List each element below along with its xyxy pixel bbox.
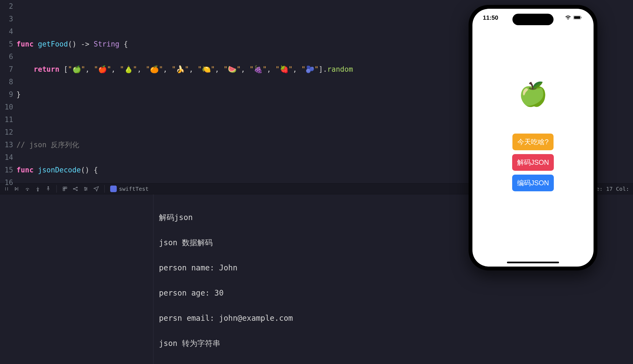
svg-point-18: [86, 189, 87, 189]
wifi-icon: [565, 14, 571, 21]
decode-json-button[interactable]: 解码JSON: [512, 154, 554, 171]
toolbar-separator: [104, 185, 105, 193]
status-icons: [565, 14, 582, 21]
console-line: json 转为字符串: [159, 337, 628, 350]
lineno: 6: [0, 50, 13, 63]
svg-rect-6: [63, 187, 65, 189]
svg-line-13: [74, 189, 76, 190]
lineno: 2: [0, 0, 13, 13]
debug-target-label[interactable]: swiftTest: [110, 186, 149, 192]
step-into-icon[interactable]: [34, 185, 42, 193]
app-buttons: 今天吃啥? 解码JSON 编码JSON: [512, 134, 554, 191]
lineno: 4: [0, 25, 13, 38]
status-time: 11:50: [483, 14, 498, 21]
lineno: 12: [0, 126, 13, 138]
home-indicator[interactable]: [507, 262, 559, 263]
svg-point-19: [85, 190, 86, 190]
location-icon[interactable]: [92, 185, 100, 193]
console-line: persn email: john@example.com: [159, 312, 628, 325]
view-debug-icon[interactable]: [61, 185, 69, 193]
iphone-simulator[interactable]: 11:50 🍏 今天吃啥? 解码JSON 编码JSON: [469, 5, 597, 270]
lineno: 14: [0, 151, 13, 164]
simulator-screen[interactable]: 11:50 🍏 今天吃啥? 解码JSON 编码JSON: [472, 9, 594, 267]
lineno: 11: [0, 113, 13, 126]
lineno: 5: [0, 38, 13, 50]
toolbar-separator: [56, 185, 57, 193]
continue-icon[interactable]: [13, 185, 21, 193]
lineno: 7: [0, 63, 13, 76]
svg-point-9: [73, 188, 74, 189]
lineno: 15: [0, 164, 13, 176]
svg-line-12: [74, 187, 76, 189]
app-name: swiftTest: [119, 186, 149, 192]
app-icon: [110, 186, 117, 192]
line-number-gutter: 2 3 4 5 6 7 8 9 10 11 12 13 14 15 16: [0, 0, 16, 183]
app-content: 🍏 今天吃啥? 解码JSON 编码JSON: [472, 27, 594, 191]
step-out-icon[interactable]: [44, 185, 52, 193]
svg-rect-7: [65, 187, 67, 189]
memory-graph-icon[interactable]: [72, 185, 79, 193]
battery-icon: [573, 14, 582, 21]
console-line: jsonData: Optional(54 bytes): [159, 362, 628, 364]
dynamic-island: [512, 14, 554, 25]
lineno: 10: [0, 101, 13, 113]
console-line: person age: 30: [159, 287, 628, 299]
svg-point-5: [48, 187, 49, 187]
svg-rect-22: [581, 17, 582, 18]
encode-json-button[interactable]: 编码JSON: [512, 175, 554, 191]
svg-point-3: [27, 190, 28, 190]
svg-point-10: [76, 187, 77, 188]
food-display: 🍏: [518, 82, 548, 106]
svg-point-11: [76, 190, 77, 190]
pause-icon[interactable]: [3, 185, 10, 193]
lineno: 3: [0, 13, 13, 25]
variables-panel[interactable]: [0, 194, 153, 364]
lineno: 8: [0, 76, 13, 88]
svg-point-4: [37, 190, 38, 191]
svg-rect-21: [574, 16, 580, 19]
eat-what-button[interactable]: 今天吃啥?: [512, 134, 554, 150]
lineno: 13: [0, 138, 13, 151]
svg-rect-8: [63, 189, 65, 191]
lineno: 9: [0, 88, 13, 101]
environment-override-icon[interactable]: [82, 185, 90, 193]
svg-point-17: [85, 187, 85, 188]
step-over-icon[interactable]: [24, 185, 31, 193]
